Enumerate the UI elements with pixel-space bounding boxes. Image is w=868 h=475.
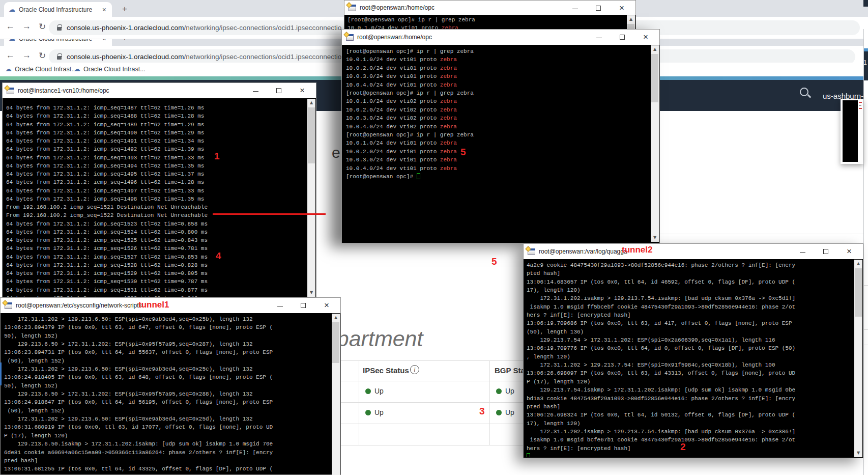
table-line-sliver (863, 285, 868, 286)
bookmark-item[interactable]: ☁ Oracle Cloud Infrast... (5, 64, 77, 74)
minimize-button[interactable] (244, 83, 267, 98)
terminal-window-instance1[interactable]: root@instance1-vcn10:/home/opc × 64 byte… (2, 82, 316, 297)
scrollbar-thumb[interactable] (332, 322, 339, 363)
minimize-button[interactable] (588, 30, 610, 45)
terminal-line: 13:06:19.709686 IP (tos 0xc0, ttl 63, id… (527, 319, 795, 327)
terminal-window-tunnel1[interactable]: root@openswan:/etc/sysconfig/network-scr… (0, 297, 341, 475)
url-domain: console.us-phoenix-1.oraclecloud.com (67, 53, 184, 61)
terminal-line: 64 bytes from 172.31.1.2: icmp_seq=1492 … (6, 145, 208, 153)
browser1-tab[interactable]: ☁ Oracle Cloud Infrastructure × (4, 2, 112, 17)
scrollbar[interactable]: ▲ ▼ (307, 99, 315, 297)
maximize-button[interactable] (611, 30, 633, 45)
close-button[interactable]: × (838, 244, 860, 259)
terminal-line: 64 bytes from 172.31.1.2: icmp_seq=1531 … (6, 286, 208, 294)
black-overlay-rect (843, 100, 858, 162)
scroll-down-icon[interactable]: ▼ (651, 234, 659, 242)
minimize-button[interactable] (564, 1, 586, 16)
forward-icon[interactable]: → (22, 21, 31, 32)
terminal-line: 172.31.1.202 > 129.213.6.50: ESP(spi=0xe… (4, 365, 273, 373)
minimize-button[interactable] (791, 244, 814, 259)
scrollbar-thumb[interactable] (651, 54, 658, 102)
terminal-content[interactable]: 64 bytes from 172.31.1.2: icmp_seq=1487 … (3, 98, 208, 297)
scrollbar[interactable]: ▲ ▼ (854, 260, 862, 457)
browser1-page-sliver: 1 (863, 39, 868, 475)
terminal-line: bd1a3 cookie 48475430f29a1093->80df52856… (527, 395, 795, 403)
back-icon[interactable]: ← (6, 50, 15, 61)
close-button[interactable]: × (611, 1, 633, 16)
terminal-line: P (17), length 120) (527, 378, 795, 386)
terminal-line: [root@openswan opc]# ip r | grep zebra (346, 131, 474, 139)
scrollbar[interactable]: ▲ (332, 314, 340, 475)
terminal-line (527, 453, 795, 457)
terminal-line: 64 bytes from 172.31.1.2: icmp_seq=1526 … (6, 244, 208, 253)
terminal-content[interactable]: [root@openswan opc]# ip r | grep zebra10… (342, 45, 474, 242)
maximize-button[interactable] (815, 244, 837, 259)
terminal-content[interactable]: 4a2e9 cookie 48475430f29a1093->80df52856… (524, 259, 795, 457)
terminal-line: 64 bytes from 172.31.1.2: icmp_seq=1497 … (6, 187, 208, 195)
reload-icon[interactable]: ↻ (39, 50, 46, 61)
status-bgp-value: Up (505, 408, 514, 416)
terminal-line: 17), length 120) (527, 286, 795, 294)
maximize-button[interactable] (292, 298, 314, 313)
scroll-up-icon[interactable]: ▲ (307, 99, 315, 107)
putty-terminal-icon (349, 5, 356, 11)
close-button[interactable]: × (291, 83, 313, 98)
terminal-line: [root@openswan opc]# ip r | grep zebra (346, 47, 474, 55)
bookmark-item[interactable]: ☁ Oracle Cloud Infrast... (74, 64, 146, 74)
forward-icon[interactable]: → (22, 50, 31, 61)
scroll-up-icon[interactable]: ▲ (627, 15, 635, 23)
scroll-up-icon[interactable]: ▲ (854, 260, 862, 268)
terminal-line: 64 bytes from 172.31.1.2: icmp_seq=1524 … (6, 228, 208, 236)
terminal-line: 64 bytes from 172.31.1.2: icmp_seq=1494 … (6, 162, 208, 170)
url-domain: console.us-phoenix-1.oraclecloud.com (67, 24, 184, 32)
minimize-button[interactable] (269, 298, 291, 313)
maximize-button[interactable] (587, 1, 610, 16)
terminal-window-tunnel2[interactable]: root@openswan:/var/log/quagga × 4a2e9 co… (523, 243, 863, 458)
terminal-line: (50), length 152) (4, 357, 273, 365)
terminal-content[interactable]: 172.31.1.202 > 129.213.6.50: ESP(spi=0xe… (1, 313, 273, 475)
terminal-line: 64 bytes from 172.31.1.2: icmp_seq=1487 … (6, 104, 208, 112)
thumbnail-panel (841, 99, 863, 164)
terminal-line: [root@openswan opc]# (346, 173, 474, 181)
scrollbar-thumb[interactable] (308, 107, 315, 163)
terminal-line: 172.31.1.202 > 129.213.6.50: ESP(spi=0xe… (4, 415, 273, 423)
terminal-line: 64 bytes from 172.31.1.2: icmp_seq=1528 … (6, 261, 208, 269)
scroll-up-icon[interactable]: ▲ (332, 314, 340, 322)
terminal-window-openswan-front[interactable]: root@openswan:/home/opc × [root@openswan… (341, 29, 660, 243)
scrollbar-thumb[interactable] (855, 268, 862, 317)
info-icon[interactable]: i (410, 365, 419, 374)
search-icon[interactable] (800, 88, 808, 96)
oracle-cloud-favicon: ☁ (9, 6, 15, 13)
terminal-line: 50), length 152) (4, 332, 273, 340)
status-up-dot (496, 388, 502, 394)
terminal-line: 129.213.7.54 > 172.31.1.202: ESP(spi=0x2… (527, 336, 795, 344)
screen: ☁ Oracle Cloud Infrastructure × + ← → ↻ … (0, 0, 868, 475)
bookmark-label: Oracle Cloud Infrast... (83, 66, 146, 73)
scroll-down-icon[interactable]: ▼ (307, 289, 315, 297)
scroll-down-icon[interactable]: ▼ (854, 449, 862, 457)
tab-close-icon[interactable]: × (101, 6, 107, 14)
terminal-line: (50), length 152) (4, 407, 273, 415)
scrollbar[interactable]: ▲ ▼ (651, 45, 659, 242)
close-button[interactable]: × (634, 30, 657, 45)
reload-icon[interactable]: ↻ (39, 21, 46, 32)
close-button[interactable]: × (315, 298, 338, 313)
terminal-line: 172.31.1.202 > 129.213.6.50: ESP(spi=0xe… (4, 315, 273, 323)
scroll-up-icon[interactable]: ▲ (651, 45, 659, 53)
status-up-dot (496, 410, 502, 415)
terminal-line: 13:06:19.709776 IP (tos 0xc0, ttl 64, id… (527, 344, 795, 352)
zebra-highlight: zebra (440, 82, 457, 88)
terminal-line: isakmp 1.0 msgid bcfe67b1 cookie 4847543… (527, 436, 795, 444)
terminal-line: 17), length 120) (527, 420, 795, 428)
terminal-line: 10.0.3.0/24 dev vti01 proto zebra (346, 72, 474, 80)
terminal-line: pted hash] (4, 457, 273, 465)
new-tab-button[interactable]: + (118, 3, 131, 15)
terminal-line: 10.0.2.0/24 dev vti01 proto zebra (346, 148, 474, 156)
putty-terminal-icon (5, 302, 12, 309)
browser1-page-corner (863, 0, 868, 7)
terminal-line: 13:06:26.698097 IP (tos 0xc0, ttl 63, id… (527, 369, 795, 377)
terminal-line: 64 bytes from 172.31.1.2: icmp_seq=1496 … (6, 178, 208, 186)
maximize-button[interactable] (268, 83, 290, 98)
back-icon[interactable]: ← (6, 21, 15, 32)
terminal-line: 13:06:23.894731 IP (tos 0x0, ttl 64, id … (4, 348, 273, 356)
